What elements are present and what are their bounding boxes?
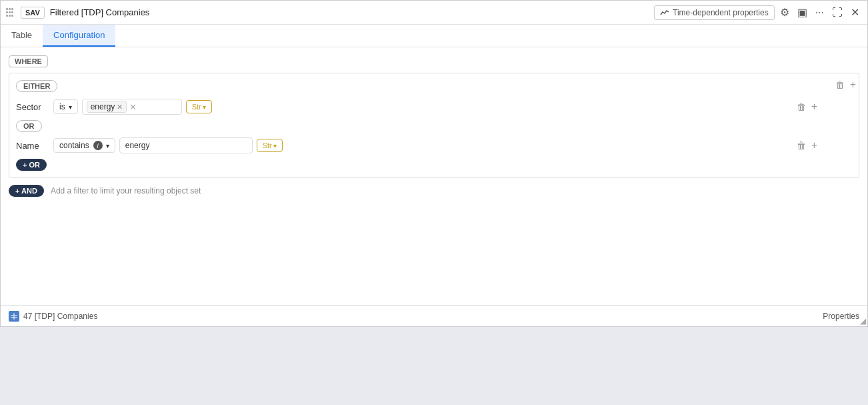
- group-actions: 🗑 +: [834, 77, 857, 92]
- plus-icon: +: [850, 79, 856, 91]
- more-icon: ···: [815, 7, 824, 19]
- resize-handle[interactable]: ◢: [860, 316, 866, 326]
- filter-group: 🗑 + EITHER Sector is ▾ energy: [9, 73, 859, 178]
- plus-icon-row2: +: [811, 139, 817, 151]
- footer-properties: Properties: [823, 312, 859, 321]
- table-icon: [11, 313, 17, 320]
- add-filter-hint: Add a filter to limit your resulting obj…: [51, 186, 201, 195]
- tab-configuration[interactable]: Configuration: [43, 25, 115, 47]
- trash-icon-row1: 🗑: [797, 101, 806, 112]
- save-button[interactable]: SAV: [21, 7, 45, 19]
- either-badge: EITHER: [16, 80, 57, 92]
- close-icon: ✕: [851, 6, 859, 19]
- title-bar: SAV Filtered [TDP] Companies Time-depend…: [1, 1, 867, 25]
- expand-icon: ⛶: [832, 7, 843, 19]
- field-label-sector: Sector: [16, 102, 49, 112]
- add-row1-button[interactable]: +: [810, 99, 819, 114]
- add-row2-button[interactable]: +: [810, 138, 819, 153]
- main-content: WHERE 🗑 + EITHER Sector is: [1, 47, 867, 305]
- more-button[interactable]: ···: [813, 4, 827, 21]
- window-title: Filtered [TDP] Companies: [50, 7, 649, 17]
- row2-actions: 🗑 +: [795, 138, 819, 153]
- footer-left: 47 [TDP] Companies: [9, 311, 97, 322]
- delete-group-button[interactable]: 🗑: [834, 77, 846, 92]
- info-icon: i: [93, 141, 103, 150]
- add-and-button[interactable]: + AND: [9, 185, 44, 197]
- chevron-down-icon-str: ▾: [203, 103, 206, 111]
- operator-dropdown-name[interactable]: contains i ▾: [53, 138, 115, 153]
- str-type-button-sector[interactable]: Str ▾: [186, 100, 212, 113]
- chevron-down-icon-str-name: ▾: [273, 142, 277, 149]
- chevron-down-icon: ▾: [69, 103, 72, 111]
- remove-tag-button[interactable]: ✕: [117, 103, 123, 111]
- add-or-button[interactable]: + OR: [16, 159, 47, 171]
- clear-value-button[interactable]: ✕: [129, 102, 137, 112]
- trash-icon: 🗑: [835, 79, 845, 90]
- drag-handle[interactable]: [6, 8, 15, 17]
- field-label-name: Name: [16, 141, 49, 151]
- str-type-button-name[interactable]: Str ▾: [257, 139, 283, 152]
- delete-row1-button[interactable]: 🗑: [795, 99, 807, 114]
- tab-bar: Table Configuration: [1, 25, 867, 47]
- app-window: SAV Filtered [TDP] Companies Time-depend…: [0, 0, 868, 327]
- value-box-sector[interactable]: energy ✕ ✕: [82, 99, 182, 115]
- plus-icon-row1: +: [811, 101, 817, 113]
- close-button[interactable]: ✕: [848, 3, 862, 21]
- footer-icon: [9, 311, 19, 322]
- expand-button[interactable]: ⛶: [829, 4, 845, 21]
- or-badge: OR: [16, 120, 42, 132]
- footer: 47 [TDP] Companies Properties ◢: [1, 305, 867, 326]
- tab-table[interactable]: Table: [1, 25, 43, 47]
- trash-icon-row2: 🗑: [797, 140, 806, 151]
- title-bar-actions: Time-dependent properties ⚙ ▣ ··· ⛶ ✕: [654, 3, 862, 21]
- filter-row-2: Name contains i ▾ Str ▾ 🗑 +: [16, 137, 819, 153]
- delete-row2-button[interactable]: 🗑: [795, 138, 807, 153]
- add-and-row: + AND Add a filter to limit your resulti…: [9, 185, 859, 197]
- row1-actions: 🗑 +: [795, 99, 819, 114]
- operator-dropdown-sector[interactable]: is ▾: [53, 99, 78, 114]
- gear-button[interactable]: ⚙: [777, 3, 792, 21]
- time-dependent-button[interactable]: Time-dependent properties: [654, 5, 775, 20]
- where-badge: WHERE: [9, 55, 859, 73]
- monitor-icon: ▣: [797, 6, 807, 19]
- value-input-name[interactable]: [119, 137, 253, 153]
- footer-count: 47 [TDP] Companies: [23, 312, 97, 321]
- chevron-down-icon-name: ▾: [106, 142, 109, 149]
- gear-icon: ⚙: [780, 6, 789, 19]
- filter-row-1: Sector is ▾ energy ✕ ✕ Str ▾: [16, 99, 819, 115]
- add-group-button[interactable]: +: [849, 77, 857, 92]
- value-tag-energy: energy ✕: [87, 101, 127, 113]
- chart-icon: [660, 8, 669, 17]
- monitor-button[interactable]: ▣: [795, 3, 810, 21]
